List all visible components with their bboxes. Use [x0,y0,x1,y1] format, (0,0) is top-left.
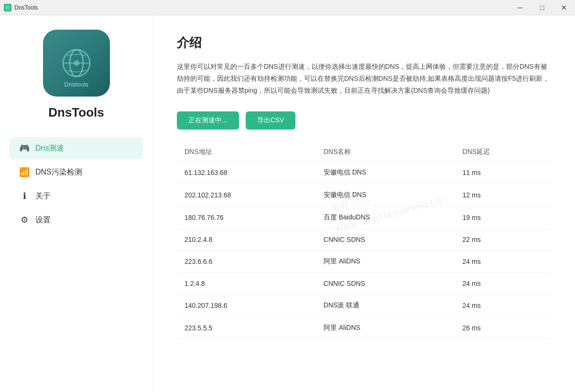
cell-name: CNNIC SDNS [316,272,455,294]
sidebar-nav: 🎮 Dns测速 📶 DNS污染检测 ℹ 关于 ⚙ 设置 [0,137,152,231]
cell-address: 61.132.163.68 [177,161,316,184]
intro-text: 这里你可以对常见的一百多个DNS进行测速，以便你选择出速度最快的DNS，提高上网… [177,61,550,97]
svg-point-2 [7,7,9,9]
sidebar-app-name: DnsTools [48,105,104,120]
sidebar-logo: Dnstools [43,30,110,97]
cell-latency: 26 ms [455,316,551,339]
svg-point-6 [74,60,79,66]
cell-latency: 12 ms [455,184,551,206]
col-address: DNS地址 [177,143,316,162]
cell-name: 百度 BaiduDNS [316,206,455,229]
nav-item-about[interactable]: ℹ 关于 [10,185,143,207]
nav-label-dns-check: DNS污染检测 [35,167,82,177]
col-latency: DNS延迟 [455,143,551,162]
cell-name: 安徽电信 DNS [316,184,455,206]
test-speed-button[interactable]: 正在测速中... [177,111,239,130]
cell-address: 223.6.6.6 [177,250,316,272]
cell-latency: 24 ms [455,294,551,316]
table-header-row: DNS地址 DNS名称 DNS延迟 [177,143,551,162]
logo-svg [57,44,96,82]
window-controls: ─ □ ✕ [509,0,575,15]
cell-address: 1.2.4.8 [177,272,316,294]
export-csv-button[interactable]: 导出CSV [246,111,296,130]
nav-item-dns-check[interactable]: 📶 DNS污染检测 [10,161,143,183]
cell-name: DNS派 联通 [316,294,455,316]
about-icon: ℹ [19,191,30,201]
section-title: 介绍 [177,34,551,51]
cell-address: 223.5.5.5 [177,316,316,339]
table-row: 223.6.6.6阿里 AliDNS24 ms [177,250,551,272]
toolbar: 正在测速中... 导出CSV [177,111,551,130]
settings-icon: ⚙ [19,215,30,225]
main-content: 龙虾论坛 www.longxiayuanma.top 介绍 这里你可以对常见的一… [153,15,575,392]
logo-text: Dnstools [64,81,88,88]
table-row: 140.207.198.6DNS派 联通24 ms [177,294,551,316]
app-icon [4,4,11,11]
maximize-button[interactable]: □ [531,0,553,15]
nav-label-settings: 设置 [35,215,51,225]
cell-latency: 22 ms [455,229,551,250]
table-row: 180.76.76.76百度 BaiduDNS19 ms [177,206,551,229]
minimize-button[interactable]: ─ [509,0,531,15]
cell-latency: 19 ms [455,206,551,229]
dns-check-icon: 📶 [19,167,30,177]
table-body: 61.132.163.68安徽电信 DNS11 ms202.102.213.68… [177,161,551,339]
nav-label-about: 关于 [35,191,51,201]
cell-latency: 24 ms [455,250,551,272]
dns-table: DNS地址 DNS名称 DNS延迟 61.132.163.68安徽电信 DNS1… [177,143,551,339]
cell-address: 140.207.198.6 [177,294,316,316]
cell-name: 阿里 AliDNS [316,316,455,339]
titlebar-left: DnsTools [4,4,38,11]
cell-address: 210.2.4.8 [177,229,316,250]
nav-item-dns-speed[interactable]: 🎮 Dns测速 [10,137,143,159]
app-body: Dnstools DnsTools 🎮 Dns测速 📶 DNS污染检测 ℹ 关于… [0,15,575,392]
cell-address: 180.76.76.76 [177,206,316,229]
app-title: DnsTools [14,4,38,11]
table-row: 202.102.213.68安徽电信 DNS12 ms [177,184,551,206]
cell-name: 安徽电信 DNS [316,161,455,184]
nav-label-dns-speed: Dns测速 [35,143,64,153]
cell-latency: 11 ms [455,161,551,184]
cell-name: 阿里 AliDNS [316,250,455,272]
table-row: 210.2.4.8CNNIC SDNS22 ms [177,229,551,250]
close-button[interactable]: ✕ [553,0,575,15]
sidebar: Dnstools DnsTools 🎮 Dns测速 📶 DNS污染检测 ℹ 关于… [0,15,153,392]
cell-latency: 24 ms [455,272,551,294]
dns-speed-icon: 🎮 [19,143,30,153]
table-row: 61.132.163.68安徽电信 DNS11 ms [177,161,551,184]
table-row: 223.5.5.5阿里 AliDNS26 ms [177,316,551,339]
cell-address: 202.102.213.68 [177,184,316,206]
cell-name: CNNIC SDNS [316,229,455,250]
table-header: DNS地址 DNS名称 DNS延迟 [177,143,551,162]
col-name: DNS名称 [316,143,455,162]
table-row: 1.2.4.8CNNIC SDNS24 ms [177,272,551,294]
nav-item-settings[interactable]: ⚙ 设置 [10,209,143,231]
titlebar: DnsTools ─ □ ✕ [0,0,575,15]
